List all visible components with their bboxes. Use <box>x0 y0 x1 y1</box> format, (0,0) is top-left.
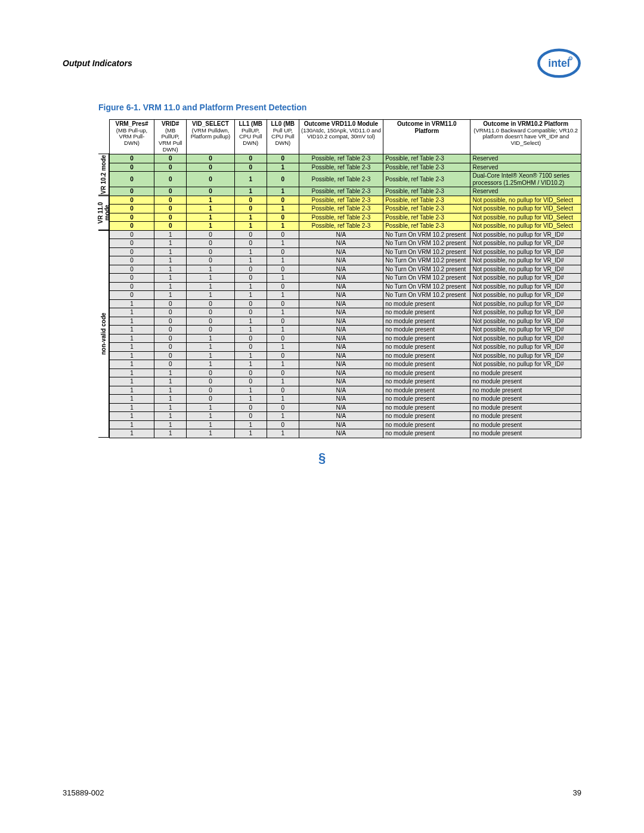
table-cell: 0 <box>110 247 154 256</box>
table-row: 00111Possible, ref Table 2-3Possible, re… <box>110 222 581 231</box>
table-cell: 1 <box>187 429 234 438</box>
table-cell: 0 <box>187 187 234 196</box>
table-cell: N/A <box>299 368 383 377</box>
table-cell: 1 <box>187 343 234 352</box>
table-cell: no module present <box>470 386 581 395</box>
column-header: Outcome in VRM10.2 Platform(VRM11.0 Back… <box>470 120 581 154</box>
table-cell: 1 <box>110 299 154 308</box>
table-cell: 1 <box>187 282 234 291</box>
table-cell: N/A <box>299 291 383 300</box>
table-cell: Not possible, no pullup for VR_ID# <box>470 326 581 335</box>
table-cell: Possible, ref Table 2-3 <box>383 196 470 205</box>
table-row: 11110N/Ano module presentno module prese… <box>110 420 581 429</box>
table-cell: 0 <box>267 154 299 163</box>
table-cell: 1 <box>110 429 154 438</box>
table-row: 01011N/ANo Turn On VRM 10.2 presentNot p… <box>110 256 581 265</box>
table-cell: 0 <box>234 308 267 317</box>
footer: 315889-002 39 <box>63 788 581 797</box>
table-cell: 1 <box>187 412 234 421</box>
table-cell: 1 <box>234 291 267 300</box>
table-cell: 1 <box>110 420 154 429</box>
table-cell: 0 <box>234 205 267 213</box>
table-cell: 1 <box>187 274 234 283</box>
table-cell: Not possible, no pullup for VR_ID# <box>470 351 581 360</box>
table-cell: N/A <box>299 403 383 412</box>
table-cell: no module present <box>383 360 470 369</box>
table-row: 10000N/Ano module presentNot possible, n… <box>110 299 581 308</box>
table-cell: 1 <box>234 317 267 326</box>
table-cell: 1 <box>154 429 186 438</box>
table-cell: Possible, ref Table 2-3 <box>383 187 470 196</box>
table-cell: No Turn On VRM 10.2 present <box>383 239 470 248</box>
table-cell: 0 <box>234 230 267 239</box>
table-cell: 0 <box>267 317 299 326</box>
table-cell: 0 <box>154 154 186 163</box>
table-cell: Not possible, no pullup for VR_ID# <box>470 360 581 369</box>
table-cell: N/A <box>299 386 383 395</box>
table-cell: 0 <box>267 196 299 205</box>
table-cell: no module present <box>383 420 470 429</box>
table-cell: 1 <box>154 368 186 377</box>
table-cell: 1 <box>154 395 186 404</box>
table-cell: 1 <box>187 334 234 343</box>
column-header: Outcome in VRM11.0 Platform <box>383 120 470 154</box>
page: Output Indicators intel R Figure 6-1. VR… <box>0 0 644 833</box>
table-cell: 0 <box>267 230 299 239</box>
table-cell: 1 <box>110 377 154 386</box>
table-cell: 1 <box>110 334 154 343</box>
table-row: 00100Possible, ref Table 2-3Possible, re… <box>110 196 581 205</box>
table-cell: 1 <box>267 395 299 404</box>
table-row: 01101N/ANo Turn On VRM 10.2 presentNot p… <box>110 274 581 283</box>
table-cell: 1 <box>154 403 186 412</box>
table-cell: 1 <box>110 368 154 377</box>
table-cell: Not possible, no pullup for VID_Select <box>470 205 581 213</box>
table-cell: 0 <box>187 256 234 265</box>
table-cell: No Turn On VRM 10.2 present <box>383 291 470 300</box>
table-cell: Possible, ref Table 2-3 <box>299 163 383 172</box>
intel-logo: intel R <box>537 48 581 79</box>
header-title: Output Indicators <box>63 58 132 68</box>
table-cell: 1 <box>187 213 234 222</box>
table-cell: 0 <box>187 299 234 308</box>
table-row: 01100N/ANo Turn On VRM 10.2 presentNot p… <box>110 265 581 274</box>
table-cell: N/A <box>299 230 383 239</box>
table-cell: 0 <box>110 282 154 291</box>
table-cell: no module present <box>383 326 470 335</box>
svg-text:intel: intel <box>548 57 570 69</box>
table-cell: 1 <box>110 326 154 335</box>
table-cell: 0 <box>267 265 299 274</box>
table-cell: No Turn On VRM 10.2 present <box>383 274 470 283</box>
table-cell: 0 <box>187 386 234 395</box>
table-cell: 0 <box>234 403 267 412</box>
table-cell: Not possible, no pullup for VR_ID# <box>470 317 581 326</box>
table-cell: No Turn On VRM 10.2 present <box>383 230 470 239</box>
table-cell: Not possible, no pullup for VID_Select <box>470 222 581 231</box>
table-cell: 1 <box>267 343 299 352</box>
table-cell: 0 <box>110 205 154 213</box>
group-label: non-valid code <box>98 230 109 438</box>
table-cell: 1 <box>234 429 267 438</box>
table-cell: N/A <box>299 343 383 352</box>
table-row: 01000N/ANo Turn On VRM 10.2 presentNot p… <box>110 230 581 239</box>
table-cell: 0 <box>187 163 234 172</box>
footer-pagenum: 39 <box>573 788 581 797</box>
table-cell: Possible, ref Table 2-3 <box>299 172 383 187</box>
table-cell: Dual-Core Intel® Xeon® 7100 series proce… <box>470 172 581 187</box>
table-cell: 1 <box>187 196 234 205</box>
table-cell: 0 <box>110 274 154 283</box>
table-row: 00000Possible, ref Table 2-3Possible, re… <box>110 154 581 163</box>
table-cell: N/A <box>299 429 383 438</box>
table-cell: 0 <box>154 163 186 172</box>
table-cell: Not possible, no pullup for VID_Select <box>470 196 581 205</box>
table-cell: 1 <box>187 222 234 231</box>
table-cell: 0 <box>187 239 234 248</box>
table-cell: N/A <box>299 395 383 404</box>
table-cell: 1 <box>267 222 299 231</box>
table-row: 11001N/Ano module presentno module prese… <box>110 377 581 386</box>
table-cell: 0 <box>110 196 154 205</box>
table-cell: 1 <box>267 163 299 172</box>
table-cell: no module present <box>383 308 470 317</box>
table-cell: Possible, ref Table 2-3 <box>299 205 383 213</box>
table-row: 11000N/Ano module presentno module prese… <box>110 368 581 377</box>
table-cell: 1 <box>110 343 154 352</box>
